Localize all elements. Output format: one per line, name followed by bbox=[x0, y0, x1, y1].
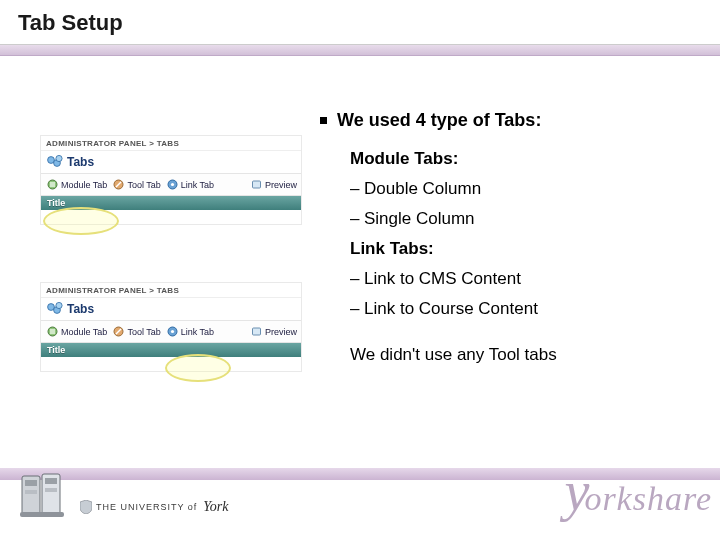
tab-link-label: Tool Tab bbox=[127, 180, 160, 190]
preview-link[interactable]: Preview bbox=[251, 179, 297, 190]
module-tab-icon bbox=[47, 179, 58, 190]
link-item: –Link to CMS Content bbox=[350, 269, 700, 289]
title-divider bbox=[0, 44, 720, 56]
svg-point-7 bbox=[171, 183, 174, 186]
svg-rect-13 bbox=[50, 329, 55, 334]
svg-rect-21 bbox=[45, 478, 57, 484]
link-tab-link[interactable]: Link Tab bbox=[165, 178, 216, 191]
university-label: THE UNIVERSITY of York bbox=[80, 499, 229, 515]
svg-point-16 bbox=[171, 330, 174, 333]
module-item: –Single Column bbox=[350, 209, 700, 229]
brand-logo: y orkshare bbox=[565, 474, 712, 518]
panel-heading: Tabs bbox=[41, 298, 301, 320]
screenshot-panel-module: ADMINISTRATOR PANEL > TABS Tabs Module T… bbox=[40, 135, 302, 225]
note-text: We didn't use any Tool tabs bbox=[350, 345, 700, 365]
highlight-ellipse-icon bbox=[43, 207, 119, 235]
tabs-icon bbox=[47, 155, 63, 169]
preview-label: Preview bbox=[265, 327, 297, 337]
tab-link-label: Module Tab bbox=[61, 180, 107, 190]
panel-heading-text: Tabs bbox=[67, 302, 94, 316]
svg-rect-17 bbox=[252, 328, 260, 335]
module-item: –Double Column bbox=[350, 179, 700, 199]
tab-toolbar: Module Tab Tool Tab Link Tab Preview bbox=[41, 173, 301, 196]
svg-rect-4 bbox=[50, 182, 55, 187]
university-prefix: THE UNIVERSITY of bbox=[96, 502, 197, 512]
tool-tab-icon bbox=[113, 179, 124, 190]
tab-link-label: Link Tab bbox=[181, 180, 214, 190]
link-tab-icon bbox=[167, 326, 178, 337]
link-item-label: Link to Course Content bbox=[364, 299, 538, 318]
tab-link-label: Link Tab bbox=[181, 327, 214, 337]
module-tab-link[interactable]: Module Tab bbox=[45, 325, 109, 338]
module-tab-icon bbox=[47, 326, 58, 337]
university-name: York bbox=[203, 499, 228, 515]
panel-heading: Tabs bbox=[41, 151, 301, 173]
page-title: Tab Setup bbox=[18, 10, 123, 36]
preview-label: Preview bbox=[265, 180, 297, 190]
shield-icon bbox=[80, 500, 92, 514]
link-item-label: Link to CMS Content bbox=[364, 269, 521, 288]
content-column: We used 4 type of Tabs: Module Tabs: –Do… bbox=[320, 110, 700, 365]
svg-rect-24 bbox=[20, 512, 64, 517]
bullet-text: We used 4 type of Tabs: bbox=[337, 110, 541, 131]
link-tab-icon bbox=[167, 179, 178, 190]
preview-link[interactable]: Preview bbox=[251, 326, 297, 337]
tool-tab-icon bbox=[113, 326, 124, 337]
tool-tab-link[interactable]: Tool Tab bbox=[111, 178, 162, 191]
svg-rect-20 bbox=[25, 480, 37, 486]
server-tower-icon bbox=[18, 468, 68, 518]
tab-link-label: Tool Tab bbox=[127, 327, 160, 337]
module-item-label: Single Column bbox=[364, 209, 475, 228]
tab-link-label: Module Tab bbox=[61, 327, 107, 337]
link-item: –Link to Course Content bbox=[350, 299, 700, 319]
screenshot-panel-link: ADMINISTRATOR PANEL > TABS Tabs Module T… bbox=[40, 282, 302, 372]
preview-icon bbox=[251, 179, 262, 190]
module-tab-link[interactable]: Module Tab bbox=[45, 178, 109, 191]
svg-rect-22 bbox=[25, 490, 37, 494]
highlight-ellipse-icon bbox=[165, 354, 231, 382]
module-item-label: Double Column bbox=[364, 179, 481, 198]
square-bullet-icon bbox=[320, 117, 327, 124]
panel-title-column-header: Title bbox=[41, 196, 301, 210]
brand-logo-text: orkshare bbox=[584, 480, 712, 518]
link-tab-link[interactable]: Link Tab bbox=[165, 325, 216, 338]
breadcrumb: ADMINISTRATOR PANEL > TABS bbox=[41, 136, 301, 151]
slide: Tab Setup We used 4 type of Tabs: Module… bbox=[0, 0, 720, 540]
module-tabs-heading: Module Tabs: bbox=[350, 149, 700, 169]
tool-tab-link[interactable]: Tool Tab bbox=[111, 325, 162, 338]
panel-heading-text: Tabs bbox=[67, 155, 94, 169]
panel-title-column-header: Title bbox=[41, 343, 301, 357]
preview-icon bbox=[251, 326, 262, 337]
breadcrumb: ADMINISTRATOR PANEL > TABS bbox=[41, 283, 301, 298]
tab-toolbar: Module Tab Tool Tab Link Tab Preview bbox=[41, 320, 301, 343]
svg-point-11 bbox=[56, 302, 62, 308]
main-bullet: We used 4 type of Tabs: bbox=[320, 110, 700, 131]
link-tabs-heading: Link Tabs: bbox=[350, 239, 700, 259]
tabs-icon bbox=[47, 302, 63, 316]
svg-point-2 bbox=[56, 155, 62, 161]
svg-rect-8 bbox=[252, 181, 260, 188]
svg-rect-23 bbox=[45, 488, 57, 492]
